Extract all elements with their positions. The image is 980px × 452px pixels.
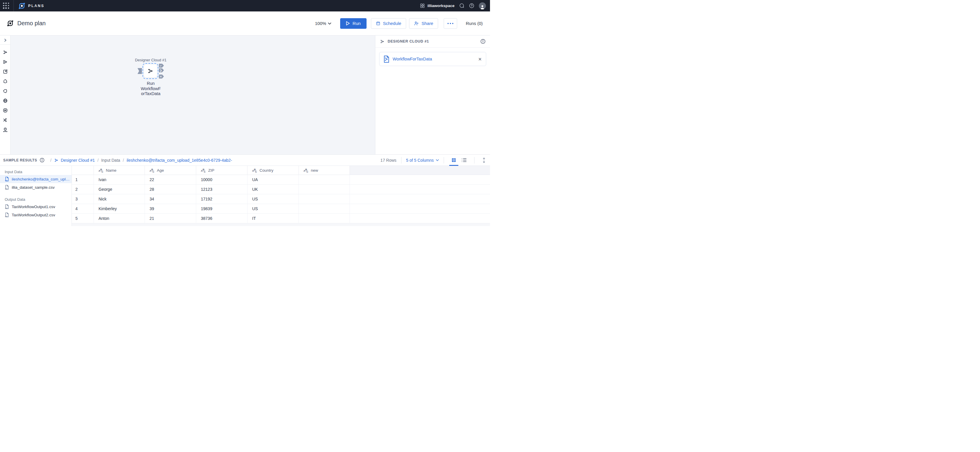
flow-task-icon[interactable] <box>0 76 10 86</box>
info-icon[interactable] <box>480 39 485 44</box>
http-task-icon[interactable] <box>0 96 10 105</box>
app-title: PLANS <box>28 4 44 8</box>
share-button[interactable]: Share <box>409 18 438 29</box>
slack-task-icon[interactable] <box>0 105 10 115</box>
data-cell: 38736 <box>196 214 248 223</box>
failure-port-icon[interactable]: ✕ <box>159 75 164 79</box>
info-icon[interactable] <box>40 158 45 163</box>
data-cell: 34 <box>145 194 196 204</box>
data-cell <box>299 185 350 194</box>
table-row-partial <box>72 224 490 226</box>
workspace-grid-icon <box>420 3 425 8</box>
breadcrumb-separator: / <box>50 158 51 163</box>
table-row: 3Nick3417192US <box>72 194 490 204</box>
report-task-icon[interactable] <box>0 67 10 76</box>
breadcrumb-separator: / <box>97 158 99 163</box>
row-number-cell: 3 <box>72 194 94 204</box>
csv-file-icon <box>5 185 9 190</box>
zoom-value: 100% <box>315 21 326 26</box>
file-item[interactable]: TaxWorkflowOutput1.csv <box>0 203 72 211</box>
plan-run-icon <box>147 68 154 74</box>
list-view-icon <box>461 158 467 162</box>
data-cell: 17192 <box>196 194 248 204</box>
data-cell: Nick <box>94 194 145 204</box>
grid-body: 1Ivan2210000UA2George2812123UK3Nick34171… <box>72 175 490 226</box>
apps-grid-icon[interactable] <box>3 3 10 9</box>
plan-node-group: Designer Cloud #1 ✓ ❯ ✕ Run <box>129 58 173 97</box>
text-type-icon: ABC <box>150 168 154 172</box>
data-cell <box>299 204 350 213</box>
file-name: TaxWorkflowOutput1.csv <box>12 204 55 209</box>
plan-icon <box>6 20 14 27</box>
file-name: ileshchenko@trifacta_com_uploa... <box>12 177 72 181</box>
schedule-button[interactable]: Schedule <box>371 18 406 29</box>
column-header-name[interactable]: ABCName <box>94 166 145 175</box>
plan-run-icon <box>380 39 385 44</box>
plan-task-icon[interactable] <box>0 47 10 57</box>
breadcrumb-file-link[interactable]: ileshchenko@trifacta_com_upload_1e85e4c0… <box>127 158 232 163</box>
data-cell: IT <box>248 214 299 223</box>
text-type-icon: ABC <box>304 168 309 172</box>
close-icon[interactable]: ✕ <box>478 57 482 61</box>
data-cell: Anton <box>94 214 145 223</box>
plan-header-bar: Demo plan 100% Run Schedule Share <box>0 11 490 35</box>
row-number-cell: 1 <box>72 175 94 184</box>
success-port-icon[interactable]: ✓ <box>159 64 164 68</box>
file-item[interactable]: TaxWorkflowOutput2.csv <box>0 211 72 219</box>
data-cell: UA <box>248 175 299 184</box>
column-header-country[interactable]: ABCCountry <box>248 166 299 175</box>
file-item[interactable]: ileshchenko@trifacta_com_uploa... <box>0 175 72 183</box>
next-port-icon[interactable]: ❯ <box>159 69 164 72</box>
calendar-icon <box>376 21 380 26</box>
play-icon <box>346 21 350 26</box>
row-number-cell: 4 <box>72 204 94 213</box>
data-cell: Ivan <box>94 175 145 184</box>
column-header-zip[interactable]: ABCZIP <box>196 166 248 175</box>
workflow-doc-icon <box>383 56 390 63</box>
input-data-label: Input Data <box>0 168 72 175</box>
top-bar: PLANS illiaworkspace <box>0 0 490 11</box>
grid-view-button[interactable] <box>449 155 459 166</box>
topbar-divider <box>13 0 14 11</box>
expand-panel-icon[interactable] <box>482 158 486 163</box>
file-item[interactable]: illia_dataset_sample.csv <box>0 183 72 192</box>
workflow-task-icon[interactable] <box>0 57 10 67</box>
zoom-dropdown[interactable]: 100% <box>315 21 331 26</box>
collapse-panel-icon[interactable] <box>3 38 7 44</box>
chat-icon[interactable] <box>459 3 465 8</box>
runs-toggle[interactable]: Runs (0) <box>466 21 483 26</box>
designer-cloud-node[interactable] <box>143 63 158 79</box>
row-filler <box>350 185 490 194</box>
row-filler <box>350 204 490 213</box>
data-cell: 21 <box>145 214 196 223</box>
columns-dropdown[interactable]: 5 of 5 Columns <box>406 158 439 163</box>
sample-data-grid: ABCNameABCAgeABCZIPABCCountryABCnew 1Iva… <box>72 166 490 226</box>
data-cell <box>299 194 350 204</box>
file-name: TaxWorkflowOutput2.csv <box>12 213 55 217</box>
text-type-icon: ABC <box>99 168 103 172</box>
input-port[interactable] <box>138 68 142 74</box>
run-button[interactable]: Run <box>340 18 366 29</box>
csv-file-icon <box>5 204 9 209</box>
column-header-new[interactable]: ABCnew <box>299 166 350 175</box>
plan-canvas[interactable]: Designer Cloud #1 ✓ ❯ ✕ Run <box>11 35 375 154</box>
flow-task-alt-icon[interactable] <box>0 86 10 96</box>
branch-task-icon[interactable] <box>0 115 10 125</box>
breadcrumb-section[interactable]: Input Data <box>101 158 120 163</box>
help-icon[interactable] <box>469 3 474 8</box>
row-number-cell: 2 <box>72 185 94 194</box>
more-button[interactable] <box>444 18 457 29</box>
task-rail <box>0 35 11 154</box>
workspace-switcher[interactable]: illiaworkspace <box>420 3 455 8</box>
avatar[interactable] <box>479 2 486 10</box>
row-filler <box>350 214 490 223</box>
plans-brand[interactable]: PLANS <box>18 2 44 10</box>
list-view-button[interactable] <box>459 155 469 166</box>
data-cell: 28 <box>145 185 196 194</box>
workflow-card[interactable]: WorkflowForTaxData ✕ <box>379 52 486 66</box>
data-cell: 10000 <box>196 175 248 184</box>
data-cell: Kimberley <box>94 204 145 213</box>
column-header-age[interactable]: ABCAge <box>145 166 196 175</box>
breadcrumb-flow-link[interactable]: Designer Cloud #1 <box>54 158 95 163</box>
location-task-icon[interactable] <box>0 125 10 134</box>
